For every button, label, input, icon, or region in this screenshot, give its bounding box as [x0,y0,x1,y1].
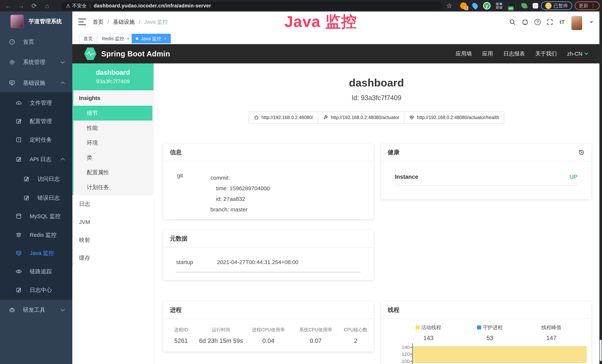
sidebar-item-job[interactable]: 定时任务 [0,130,72,149]
browser-home-icon[interactable]: ⌂ [42,0,53,11]
menu-item-logs[interactable]: 日志 [74,195,153,213]
process-col-cores: CPU核心数 2 [338,327,374,344]
browser-menu-kebab-icon[interactable] [591,3,596,9]
app-logo[interactable]: 芋道管理系统 [0,11,72,31]
admin-sidebar: 芋道管理系统 首页 系统管理 基础设施 文件管理 配置管理 定时任务 [0,11,72,364]
language-selector[interactable]: zh-CN [567,51,588,57]
menu-item-classes[interactable]: 类 [74,150,153,165]
browser-reload-icon[interactable]: ⟳ [29,0,40,11]
sba-link-applications[interactable]: 应用 [482,50,493,57]
toolbox-icon [9,307,15,313]
browser-update-button[interactable]: 更新 [575,1,600,10]
history-icon[interactable] [578,149,585,156]
font-size-icon[interactable] [557,11,567,33]
extension-colorzilla-icon[interactable]: 1 [459,1,468,10]
page-url: dashboard.yudao.iocoder.cn/infra/admin-s… [94,3,211,9]
sba-link-wallboard[interactable]: 应用墙 [456,50,472,57]
menu-item-mappings[interactable]: 映射 [74,231,153,249]
close-icon[interactable] [164,36,167,42]
scrollbar[interactable] [599,11,602,364]
fullscreen-icon[interactable] [545,11,555,33]
tab-home[interactable]: 首页 [79,34,97,43]
legend-active-threads: 活动线程 [398,324,459,331]
health-url-button[interactable]: http://192.168.0.2:48080/actuator/health [404,111,504,124]
breadcrumb-home[interactable]: 首页 [93,18,103,26]
scrollbar-thumb[interactable] [600,340,602,361]
heartbeat-icon [409,115,414,120]
service-url-button[interactable]: http://192.168.0.2:48080/ [249,111,318,124]
breadcrumb: 首页 / 基础设施 / Java 监控 [93,11,168,33]
health-row-label: Instance [395,173,418,180]
menu-item-metrics[interactable]: 性能 [74,120,153,135]
redis-stack-icon [16,232,22,238]
legend-peak-threads: 线程峰值 [521,324,582,331]
search-icon[interactable] [507,11,518,33]
sba-navbar: Spring Boot Admin 应用墙 应用 日志报表 关于我们 zh-CN [72,44,602,64]
breadcrumb-infra[interactable]: 基础设施 [113,18,135,26]
sidebar-item-redis[interactable]: Redis 监控 [0,226,72,244]
extensions-puzzle-icon[interactable] [531,1,539,10]
user-avatar[interactable] [571,16,582,30]
sidebar-item-home[interactable]: 首页 [0,33,72,51]
address-bar[interactable]: ⚠ 不安全 dashboard.yudao.iocoder.cn/infra/a… [61,2,442,10]
menu-item-details[interactable]: 细节 [72,106,152,120]
close-icon[interactable] [127,36,129,42]
sba-link-journal[interactable]: 日志报表 [503,50,525,57]
health-instance-row: Instance UP [381,161,591,180]
user-menu-caret-icon[interactable] [590,21,593,23]
menu-item-scheduled-tasks[interactable]: 计划任务 [74,180,153,195]
scheduled-task-icon [16,137,22,143]
sba-brand[interactable]: Spring Boot Admin [84,47,170,60]
sba-link-about[interactable]: 关于我们 [535,50,557,57]
monitor-icon [9,80,15,86]
page-instance-id: Id: 93a3fc7f7409 [153,94,599,102]
info-git-value: commit: time: 1596289704000 id: 27aa832 … [210,172,270,215]
sidebar-item-java-monitor[interactable]: Java 监控 [0,244,72,262]
active-threads-value: 143 [398,334,459,342]
sidebar-item-system[interactable]: 系统管理 [0,53,72,71]
sidebar-item-config[interactable]: 配置管理 [0,112,72,130]
sidebar-item-mysql[interactable]: MySQL 监控 [0,207,72,225]
sidebar-item-access-log[interactable]: 访问日志 [0,170,72,188]
menu-item-config-props[interactable]: 配置属性 [74,165,153,180]
menu-item-jvm[interactable]: JVM [74,213,153,231]
threads-card-title: 线程 [388,306,399,314]
sidebar-item-file[interactable]: 文件管理 [0,94,72,112]
browser-forward-icon[interactable]: → [16,0,27,11]
spring-boot-admin-logo-icon [84,47,97,60]
sidebar-item-error-log[interactable]: 错误日志 [0,189,72,207]
chevron-down-icon [61,60,65,64]
extension-grid-icon[interactable] [495,1,504,10]
home-icon [254,115,259,120]
sidebar-item-api-log[interactable]: API 日志 [0,150,72,169]
help-icon[interactable] [532,11,543,33]
extension-switch-icon[interactable]: on [507,1,517,10]
bookmark-star-icon[interactable] [444,1,454,10]
extension-leaf-icon[interactable] [520,1,528,10]
paused-badge[interactable]: 已暂停 [541,1,572,10]
info-row-label: git [177,172,210,215]
tab-redis-monitor[interactable]: Redis 监控 [98,34,134,43]
actuator-url-button[interactable]: http://192.168.0.2:48080/actuator [318,111,404,124]
menu-item-environment[interactable]: 环境 [74,135,153,150]
browser-back-icon[interactable]: ← [3,0,14,11]
instance-header[interactable]: dashboard 93a3fc7f7409 [72,64,153,90]
hamburger-icon[interactable] [78,19,86,25]
sidebar-item-tracing[interactable]: 链路追踪 [0,262,72,281]
cloud-upload-icon [16,100,22,106]
chevron-down-icon [61,307,65,311]
tab-java-monitor[interactable]: Java 监控 [132,34,171,43]
sba-instance-sidebar: dashboard 93a3fc7f7409 Insights 细节 性能 环境… [72,64,153,364]
extension-pin-icon[interactable] [471,1,479,10]
sidebar-item-infra[interactable]: 基础设施 [0,74,72,92]
insights-group: Insights 细节 性能 环境 类 配置属性 计划任务 [72,90,153,195]
metadata-card-title: 元数据 [170,235,188,243]
sidebar-item-log-center[interactable]: 日志中心 [0,281,72,299]
blue-square-icon [477,325,481,330]
github-icon[interactable] [520,11,530,33]
sidebar-item-dev-tools[interactable]: 研发工具 [0,300,72,319]
extension-y-icon[interactable]: y [483,1,491,10]
threads-legend: 活动线程 守护进程 线程峰值 [381,319,591,331]
menu-item-caches[interactable]: 缓存 [74,249,153,267]
screen: ← → ⟳ ⌂ ⚠ 不安全 dashboard.yudao.iocoder.cn… [0,0,602,364]
